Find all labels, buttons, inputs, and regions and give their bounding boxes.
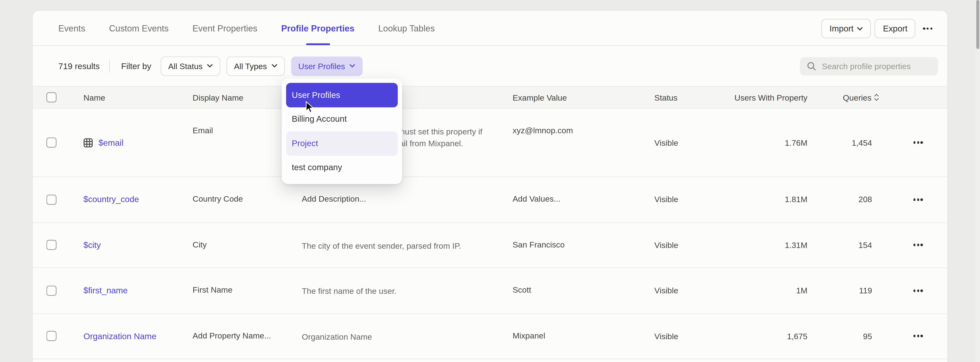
description-cell[interactable]: Organization Name <box>302 314 512 359</box>
chevron-down-icon <box>857 27 863 30</box>
users-with-property-cell: 1.31M <box>733 223 807 268</box>
display-name-cell[interactable]: Add Property Name... <box>192 314 302 359</box>
property-link[interactable]: $first_name <box>83 286 128 295</box>
property-link[interactable]: Organization Name <box>83 332 156 341</box>
actions-cell <box>879 314 947 359</box>
row-more-button[interactable] <box>913 290 923 292</box>
col-actions <box>879 87 947 108</box>
dropdown-item-user-profiles[interactable]: User Profiles <box>286 83 398 107</box>
row-checkbox[interactable] <box>46 240 57 250</box>
name-cell: $first_name <box>83 268 192 313</box>
col-status: Status <box>654 87 733 108</box>
chevron-down-icon <box>271 64 277 68</box>
description-cell[interactable]: The first name of the user. <box>302 268 512 313</box>
table-row: Organization Name Add Property Name... O… <box>33 314 947 359</box>
actions-cell <box>879 177 947 222</box>
import-button-label: Import <box>830 24 854 33</box>
header-checkbox-cell <box>46 87 83 108</box>
queries-cell: 154 <box>808 223 879 268</box>
property-name: $email <box>99 138 124 147</box>
queries-cell: 119 <box>808 268 879 313</box>
sort-icon <box>874 94 879 101</box>
checkbox-cell <box>46 109 83 177</box>
row-more-button[interactable] <box>913 244 923 246</box>
status-cell[interactable]: Visible <box>654 109 733 177</box>
entity-filter-chip[interactable]: User Profiles <box>291 56 363 76</box>
chevron-down-icon <box>207 64 213 68</box>
entity-dropdown-menu: User Profiles Billing Account Project te… <box>282 78 402 184</box>
row-checkbox[interactable] <box>46 137 57 148</box>
scrollbar-thumb[interactable] <box>976 0 979 49</box>
example-value-cell[interactable]: Scott <box>512 268 654 313</box>
dropdown-item-billing-account[interactable]: Billing Account <box>286 107 398 131</box>
table-header: Name Display Name Description Example Va… <box>33 86 947 108</box>
row-more-button[interactable] <box>913 141 923 144</box>
row-more-button[interactable] <box>913 335 923 337</box>
property-name: Organization Name <box>83 332 156 341</box>
example-value-cell[interactable]: Add Values... <box>512 177 654 222</box>
status-filter-label: All Status <box>168 61 203 70</box>
tab-events[interactable]: Events <box>58 11 85 45</box>
header-actions: Import Export <box>821 19 936 38</box>
status-cell[interactable]: Visible <box>654 268 733 313</box>
status-cell[interactable]: Visible <box>654 177 733 222</box>
queries-cell: 208 <box>808 177 879 222</box>
actions-cell <box>879 268 947 313</box>
table-row: $country_code Country Code Add Descripti… <box>33 177 947 223</box>
col-users-with-property: Users With Property <box>733 87 807 108</box>
property-name: $first_name <box>83 286 128 295</box>
row-checkbox[interactable] <box>46 331 57 341</box>
select-all-checkbox[interactable] <box>46 92 57 102</box>
col-queries[interactable]: Queries <box>808 87 879 108</box>
row-checkbox[interactable] <box>46 285 57 296</box>
dropdown-item-test-company[interactable]: test company <box>286 155 398 180</box>
dropdown-item-project[interactable]: Project <box>286 131 398 156</box>
export-button[interactable]: Export <box>875 19 916 38</box>
display-name-cell[interactable]: Country Code <box>192 177 302 222</box>
col-queries-label: Queries <box>843 92 871 102</box>
row-more-button[interactable] <box>913 198 923 201</box>
display-name-cell[interactable]: City <box>192 223 302 268</box>
status-cell[interactable]: Visible <box>654 223 733 268</box>
type-filter-chip[interactable]: All Types <box>226 56 285 76</box>
example-value-cell[interactable]: xyz@lmnop.com <box>512 109 654 177</box>
search-input[interactable]: Search profile properties <box>800 57 938 75</box>
property-link[interactable]: $email <box>83 138 124 147</box>
search-icon <box>807 61 816 71</box>
name-cell: $city <box>83 223 192 268</box>
actions-cell <box>879 109 947 177</box>
name-cell: $email <box>83 109 192 177</box>
description-text: The first name of the user. <box>302 285 484 297</box>
property-link[interactable]: $city <box>83 240 101 250</box>
name-cell: Organization Name <box>83 314 192 359</box>
tab-bar: Events Custom Events Event Properties Pr… <box>33 11 947 46</box>
users-with-property-cell: 1.76M <box>733 109 807 177</box>
col-name: Name <box>83 87 192 108</box>
table-row: $city City The city of the event sender,… <box>33 223 947 268</box>
tab-profile-properties[interactable]: Profile Properties <box>282 11 355 45</box>
tab-lookup-tables[interactable]: Lookup Tables <box>378 11 435 45</box>
scrollbar-track[interactable] <box>976 0 980 362</box>
import-button[interactable]: Import <box>821 19 871 38</box>
example-value-cell[interactable]: San Francisco <box>512 223 654 268</box>
example-value-cell[interactable]: Mixpanel <box>512 314 654 359</box>
table-row: $email Email User's email address. You m… <box>33 109 947 177</box>
status-filter-chip[interactable]: All Status <box>161 56 220 76</box>
description-cell[interactable]: The city of the event sender, parsed fro… <box>302 223 512 268</box>
row-checkbox[interactable] <box>46 195 57 204</box>
status-cell[interactable]: Visible <box>654 314 733 359</box>
checkbox-cell <box>46 223 83 268</box>
tab-custom-events[interactable]: Custom Events <box>109 11 169 45</box>
filter-by-label: Filter by <box>121 61 151 70</box>
actions-cell <box>879 223 947 268</box>
chevron-down-icon <box>350 64 355 68</box>
property-link[interactable]: $country_code <box>83 195 139 204</box>
more-actions-button[interactable] <box>919 19 936 38</box>
checkbox-cell <box>46 177 83 222</box>
users-with-property-cell: 1M <box>733 268 807 313</box>
tab-event-properties[interactable]: Event Properties <box>192 11 257 45</box>
property-name: $city <box>83 240 101 250</box>
table-grid-icon <box>83 138 93 147</box>
display-name-cell[interactable]: First Name <box>192 268 302 313</box>
type-filter-label: All Types <box>234 61 267 70</box>
